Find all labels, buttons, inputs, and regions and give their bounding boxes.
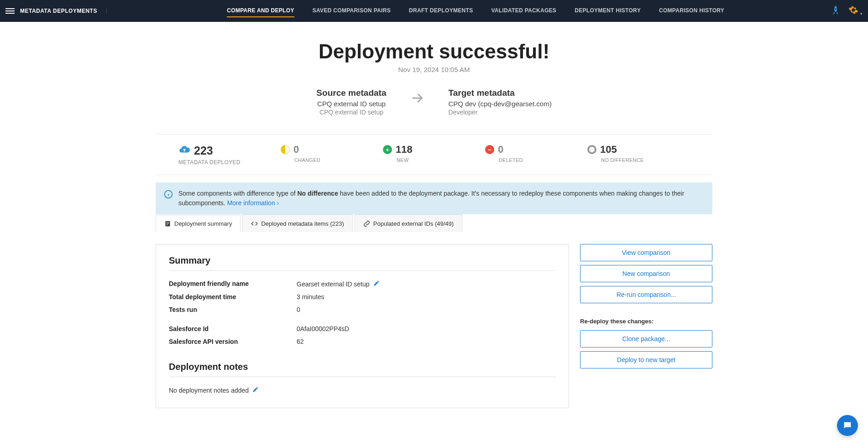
code-icon bbox=[251, 220, 258, 227]
redeploy-label: Re-deploy these changes: bbox=[580, 318, 712, 325]
kv-total-time-key: Total deployment time bbox=[169, 293, 297, 301]
settings-icon[interactable]: ▾ bbox=[848, 5, 863, 17]
stat-new: +118 NEW bbox=[383, 144, 485, 166]
kv-tests-run-key: Tests run bbox=[169, 306, 297, 313]
stat-deleted-value: 0 bbox=[498, 144, 503, 156]
tab-summary-label: Deployment summary bbox=[174, 220, 232, 227]
target-heading: Target metadata bbox=[448, 88, 551, 98]
stat-changed: 0 CHANGED bbox=[281, 144, 383, 166]
summary-panel: Summary Deployment friendly nameGearset … bbox=[156, 244, 569, 408]
content-tabs: Deployment summary Deployed metadata ite… bbox=[156, 214, 712, 232]
new-icon: + bbox=[383, 145, 392, 154]
menu-icon[interactable] bbox=[5, 6, 15, 16]
chat-icon[interactable] bbox=[837, 415, 858, 426]
kv-sfid-val: 0AfaI00002PP4sD bbox=[297, 325, 349, 332]
banner-text-pre: Some components with difference type of bbox=[178, 190, 297, 197]
source-metadata: Source metadata CPQ external ID setup CP… bbox=[316, 88, 386, 116]
tab-items-label: Deployed metadata items (223) bbox=[261, 220, 344, 227]
stat-nodiff-label: NO DIFFERENCE bbox=[601, 157, 690, 163]
clone-package-button[interactable]: Clone package... bbox=[580, 330, 712, 347]
stat-deleted: −0 DELETED bbox=[485, 144, 587, 166]
notes-heading: Deployment notes bbox=[169, 362, 556, 377]
stat-nodiff-value: 105 bbox=[600, 144, 617, 156]
rocket-icon[interactable] bbox=[831, 5, 840, 17]
info-icon bbox=[164, 190, 173, 202]
nav-tabs: COMPARE AND DEPLOY SAVED COMPARISON PAIR… bbox=[120, 5, 831, 17]
target-metadata: Target metadata CPQ dev (cpq-dev@gearset… bbox=[448, 88, 551, 116]
deployment-timestamp: Nov 19, 2024 10:05 AM bbox=[156, 66, 712, 73]
tab-draft-deployments[interactable]: DRAFT DEPLOYMENTS bbox=[409, 5, 473, 17]
kv-api-val: 62 bbox=[297, 338, 304, 345]
stat-deleted-label: DELETED bbox=[499, 157, 587, 163]
side-actions: View comparison New comparison Re-run co… bbox=[580, 244, 712, 408]
tab-validated-packages[interactable]: VALIDATED PACKAGES bbox=[491, 5, 556, 17]
tab-saved-pairs[interactable]: SAVED COMPARISON PAIRS bbox=[313, 5, 391, 17]
stat-nodiff: 105 NO DIFFERENCE bbox=[587, 144, 690, 166]
kv-friendly-name-val: Gearset external ID setup bbox=[297, 280, 370, 288]
stat-new-label: NEW bbox=[397, 157, 485, 163]
new-comparison-button[interactable]: New comparison bbox=[580, 265, 712, 282]
tab-compare-deploy[interactable]: COMPARE AND DEPLOY bbox=[227, 5, 294, 17]
source-name: CPQ external ID setup bbox=[316, 100, 386, 108]
page-title: Deployment successful! bbox=[156, 40, 712, 63]
arrow-right-icon bbox=[409, 90, 425, 108]
svg-rect-3 bbox=[166, 223, 169, 224]
svg-rect-4 bbox=[166, 224, 168, 225]
changed-icon bbox=[281, 145, 290, 154]
summary-icon bbox=[164, 220, 171, 227]
notes-text: No deployment notes added bbox=[169, 387, 249, 394]
kv-friendly-name-key: Deployment friendly name bbox=[169, 280, 297, 288]
rerun-comparison-button[interactable]: Re-run comparison... bbox=[580, 286, 712, 303]
banner-more-info-link[interactable]: More information › bbox=[227, 199, 279, 207]
stat-deployed-value: 223 bbox=[194, 144, 213, 157]
kv-api-key: Salesforce API version bbox=[169, 338, 297, 345]
stat-new-value: 118 bbox=[396, 144, 413, 156]
source-target-row: Source metadata CPQ external ID setup CP… bbox=[156, 88, 712, 116]
target-detail: Developer bbox=[448, 109, 551, 116]
view-comparison-button[interactable]: View comparison bbox=[580, 244, 712, 261]
tab-deployment-history[interactable]: DEPLOYMENT HISTORY bbox=[575, 5, 641, 17]
kv-tests-run-val: 0 bbox=[297, 306, 300, 313]
edit-notes-icon[interactable] bbox=[252, 386, 259, 394]
link-icon bbox=[363, 220, 370, 227]
stat-changed-label: CHANGED bbox=[294, 157, 383, 163]
stat-changed-value: 0 bbox=[293, 144, 299, 156]
svg-rect-2 bbox=[166, 222, 169, 223]
tab-extids-label: Populated external IDs (49/49) bbox=[373, 220, 454, 227]
stats-bar: 223 METADATA DEPLOYED 0 CHANGED +118 NEW… bbox=[156, 134, 712, 175]
info-banner: Some components with difference type of … bbox=[156, 182, 712, 214]
summary-heading: Summary bbox=[169, 255, 556, 271]
source-detail: CPQ external ID setup bbox=[316, 109, 386, 116]
banner-bold: No difference bbox=[297, 190, 338, 197]
nodiff-icon bbox=[587, 145, 596, 154]
kv-sfid-key: Salesforce Id bbox=[169, 325, 297, 332]
cloud-upload-icon bbox=[178, 144, 190, 157]
tab-comparison-history[interactable]: COMPARISON HISTORY bbox=[659, 5, 724, 17]
stat-deployed-label: METADATA DEPLOYED bbox=[178, 159, 281, 166]
stat-deployed: 223 METADATA DEPLOYED bbox=[178, 144, 281, 166]
target-name: CPQ dev (cpq-dev@gearset.com) bbox=[448, 100, 551, 108]
app-name: METADATA DEPLOYMENTS bbox=[20, 8, 107, 14]
deleted-icon: − bbox=[485, 145, 494, 154]
tab-external-ids[interactable]: Populated external IDs (49/49) bbox=[355, 214, 462, 232]
edit-name-icon[interactable] bbox=[373, 280, 380, 288]
kv-total-time-val: 3 minutes bbox=[297, 293, 324, 301]
tab-deployment-summary[interactable]: Deployment summary bbox=[156, 215, 241, 233]
tab-deployed-items[interactable]: Deployed metadata items (223) bbox=[242, 214, 352, 232]
topbar: METADATA DEPLOYMENTS COMPARE AND DEPLOY … bbox=[0, 0, 868, 22]
deploy-new-target-button[interactable]: Deploy to new target bbox=[580, 351, 712, 368]
source-heading: Source metadata bbox=[316, 88, 386, 98]
